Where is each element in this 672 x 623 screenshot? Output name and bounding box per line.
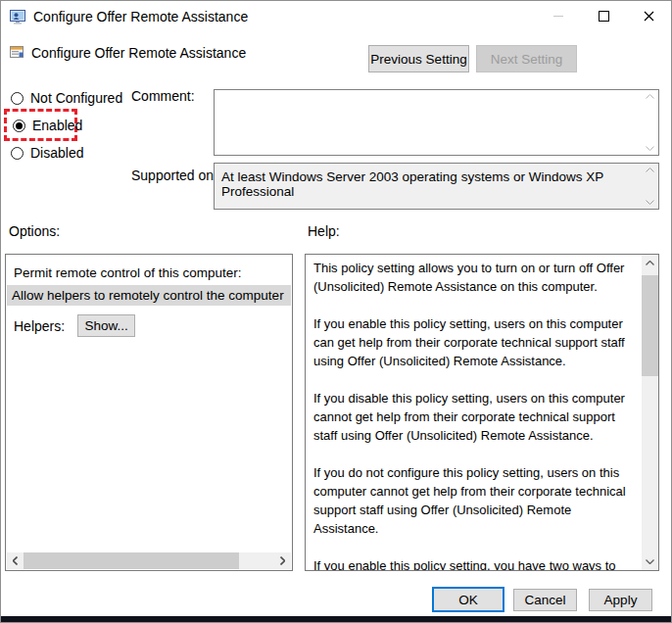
window-bottom-edge (1, 616, 671, 622)
vertical-scrollbar-thumb[interactable] (642, 275, 658, 376)
permit-remote-control-dropdown[interactable]: Allow helpers to remotely control the co… (7, 285, 291, 306)
previous-setting-button[interactable]: Previous Setting (368, 45, 469, 72)
ok-button[interactable]: OK (432, 587, 504, 612)
window-title: Configure Offer Remote Assistance (33, 9, 248, 24)
radio-label: Disabled (30, 145, 83, 161)
help-panel: This policy setting allows you to turn o… (305, 254, 659, 571)
scroll-down-icon[interactable] (642, 553, 658, 570)
page-title: Configure Offer Remote Assistance (31, 45, 246, 61)
help-paragraph: If you do not configure this policy sett… (313, 463, 638, 538)
next-setting-button: Next Setting (476, 45, 577, 72)
policy-setting-dialog: Configure Offer Remote Assistance Config… (0, 0, 672, 623)
radio-label: Enabled (32, 118, 82, 133)
window-controls (536, 1, 671, 30)
permit-remote-control-label: Permit remote control of this computer: (14, 265, 242, 280)
radio-circle[interactable] (11, 92, 24, 105)
radio-label: Not Configured (30, 90, 122, 106)
titlebar: Configure Offer Remote Assistance (1, 1, 671, 31)
policy-setting-icon (9, 44, 24, 60)
chevron-down-icon (646, 146, 654, 151)
help-vertical-scrollbar[interactable] (642, 255, 658, 570)
radio-not-configured[interactable]: Not Configured (11, 90, 122, 106)
maximize-icon[interactable] (581, 1, 626, 30)
supported-on-label: Supported on: (131, 168, 217, 183)
horizontal-scrollbar-thumb[interactable] (24, 552, 239, 569)
comment-label: Comment: (131, 88, 195, 104)
radio-disabled[interactable]: Disabled (11, 145, 83, 161)
help-paragraph: If you enable this policy setting, you h… (313, 556, 638, 570)
supported-on-box: At least Windows Server 2003 operating s… (214, 163, 659, 210)
help-section-label: Help: (308, 223, 340, 239)
chevron-up-icon (646, 168, 654, 172)
helpers-label: Helpers: (14, 318, 65, 334)
options-horizontal-scrollbar[interactable] (7, 552, 291, 569)
supported-on-value: At least Windows Server 2003 operating s… (221, 169, 637, 199)
comment-input[interactable] (216, 91, 641, 154)
scroll-up-icon[interactable] (642, 255, 658, 271)
remote-assistance-app-icon (10, 9, 25, 24)
apply-button[interactable]: Apply (589, 589, 652, 611)
radio-enabled[interactable]: Enabled (13, 118, 82, 133)
options-panel: Permit remote control of this computer: … (5, 254, 293, 571)
chevron-up-icon (646, 94, 654, 99)
comment-box (214, 89, 659, 156)
help-text: This policy setting allows you to turn o… (306, 255, 642, 570)
comment-scrollbar[interactable] (642, 90, 658, 155)
scroll-left-icon[interactable] (7, 552, 24, 569)
close-icon[interactable] (626, 1, 671, 30)
minimize-icon (536, 1, 581, 30)
cancel-button[interactable]: Cancel (513, 589, 577, 611)
radio-circle[interactable] (11, 147, 24, 160)
chevron-down-icon (646, 200, 654, 205)
scroll-right-icon[interactable] (274, 552, 291, 569)
help-paragraph: This policy setting allows you to turn o… (313, 259, 638, 296)
show-helpers-button[interactable]: Show... (77, 314, 135, 337)
helpers-row: Helpers: Show... (14, 314, 135, 337)
supported-on-scrollbar (642, 164, 658, 209)
options-section-label: Options: (9, 223, 60, 239)
radio-circle-selected[interactable] (13, 120, 25, 132)
help-paragraph: If you enable this policy setting, users… (313, 314, 638, 370)
help-paragraph: If you disable this policy setting, user… (313, 389, 638, 445)
